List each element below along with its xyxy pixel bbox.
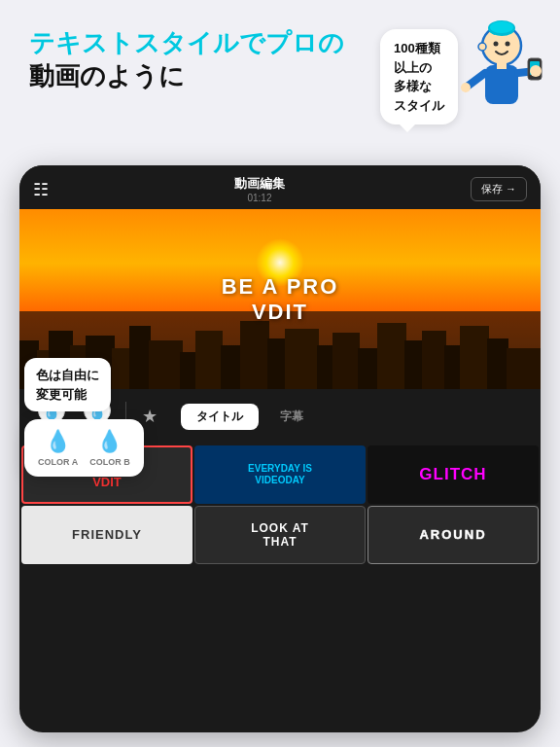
save-button[interactable]: 保存 →	[471, 177, 527, 201]
svg-rect-22	[149, 340, 183, 389]
color-picker-bubble: 💧 COLOR A 💧 COLOR B	[24, 419, 144, 477]
style-item-4-text: FRIENDLY	[72, 527, 142, 543]
svg-rect-27	[267, 338, 287, 389]
style-item-6[interactable]: AROUND	[368, 506, 539, 564]
color-change-label: 色は自由に変更可能	[24, 358, 111, 411]
svg-rect-33	[404, 340, 424, 389]
video-text-line2: VDIT	[222, 300, 339, 325]
svg-rect-34	[422, 331, 446, 389]
svg-rect-31	[358, 348, 379, 389]
svg-rect-36	[460, 326, 489, 389]
heading-highlight: テキストスタイルでプロの	[29, 28, 344, 57]
svg-rect-24	[195, 331, 223, 389]
topbar-title-area: 動画編集 01:12	[234, 175, 285, 203]
style-item-3-text: GLITCH	[419, 465, 486, 484]
video-overlay-text: BE A PRO VDIT	[222, 273, 339, 325]
style-item-3[interactable]: GLITCH	[368, 445, 539, 504]
svg-rect-26	[240, 321, 269, 389]
speech-bubble-styles: 100種類 以上の 多様な スタイル	[380, 29, 458, 124]
heading-line2: 動画のように	[29, 61, 185, 90]
svg-rect-28	[285, 329, 319, 389]
video-text-line1: BE A PRO	[222, 273, 339, 299]
bubble-color-a-label: COLOR A	[38, 457, 78, 467]
svg-rect-35	[444, 345, 462, 389]
tab-title-button[interactable]: タイトル	[181, 404, 259, 430]
tab-caption-button[interactable]: 字幕	[264, 404, 319, 430]
style-item-6-text: AROUND	[419, 527, 486, 543]
bubble-color-b[interactable]: 💧 COLOR B	[89, 429, 130, 467]
color-bubble-callout: 色は自由に変更可能 💧 COLOR A 💧 COLOR B	[24, 358, 144, 477]
svg-point-2	[490, 21, 513, 33]
svg-point-3	[494, 42, 499, 47]
bubble-color-a[interactable]: 💧 COLOR A	[38, 429, 78, 467]
character-illustration	[448, 15, 545, 141]
topbar-subtitle: 01:12	[234, 193, 285, 203]
style-item-2[interactable]: EVERYDAY IS VIDEODAY	[194, 445, 366, 504]
style-item-2-text: EVERYDAY IS VIDEODAY	[248, 463, 312, 486]
style-item-5-text: LOOK AT THAT	[251, 521, 309, 550]
svg-point-4	[506, 42, 510, 47]
svg-rect-13	[497, 63, 507, 69]
svg-rect-29	[317, 345, 334, 389]
svg-rect-23	[180, 352, 197, 389]
svg-rect-37	[487, 338, 508, 389]
style-item-4[interactable]: FRIENDLY	[21, 506, 192, 564]
svg-rect-32	[377, 323, 406, 389]
bubble-color-b-label: COLOR B	[89, 457, 130, 467]
menu-icon[interactable]: ☷	[33, 179, 49, 200]
svg-point-12	[461, 83, 471, 92]
svg-rect-6	[485, 65, 518, 104]
topbar-title: 動画編集	[234, 175, 285, 193]
page-heading: テキストスタイルでプロの 動画のように	[29, 27, 344, 93]
svg-rect-25	[221, 345, 242, 389]
svg-point-5	[478, 43, 486, 51]
svg-point-11	[530, 65, 542, 77]
style-item-5[interactable]: LOOK AT THAT	[194, 506, 366, 564]
svg-rect-30	[332, 333, 360, 389]
speech-bubble-text: 100種類 以上の 多様な スタイル	[394, 41, 444, 113]
device-topbar: ☷ 動画編集 01:12 保存 →	[19, 165, 541, 209]
tab-buttons: タイトル 字幕	[181, 404, 319, 430]
svg-rect-38	[507, 348, 541, 389]
